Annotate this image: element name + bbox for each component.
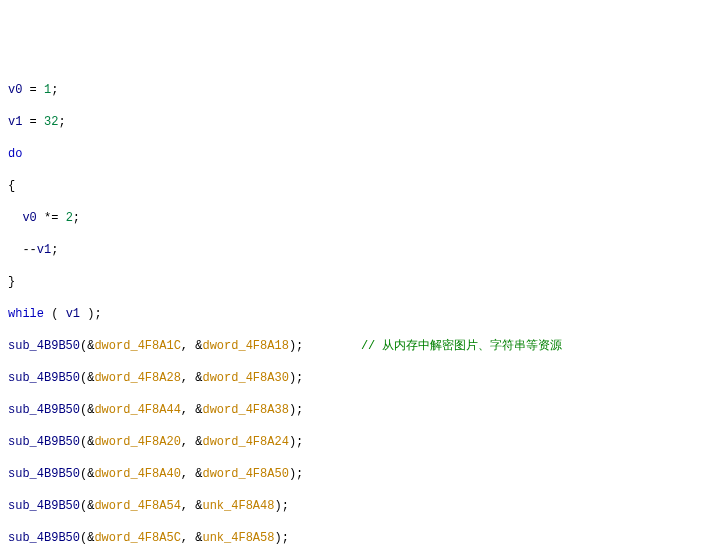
code-line: sub_4B9B50(&dword_4F8A1C, &dword_4F8A18)… <box>8 338 720 354</box>
code-line: sub_4B9B50(&dword_4F8A20, &dword_4F8A24)… <box>8 434 720 450</box>
code-line: sub_4B9B50(&dword_4F8A40, &dword_4F8A50)… <box>8 466 720 482</box>
code-line: while ( v1 ); <box>8 306 720 322</box>
code-line: v1 = 32; <box>8 114 720 130</box>
code-line: --v1; <box>8 242 720 258</box>
decompiled-code-block: v0 = 1; v1 = 32; do { v0 *= 2; --v1; } w… <box>0 64 720 545</box>
code-line: sub_4B9B50(&dword_4F8A54, &unk_4F8A48); <box>8 498 720 514</box>
code-line: sub_4B9B50(&dword_4F8A44, &dword_4F8A38)… <box>8 402 720 418</box>
code-line: v0 *= 2; <box>8 210 720 226</box>
code-line: do <box>8 146 720 162</box>
code-line: } <box>8 274 720 290</box>
comment-text: // 从内存中解密图片、字符串等资源 <box>361 339 563 353</box>
code-line: { <box>8 178 720 194</box>
code-line: sub_4B9B50(&dword_4F8A5C, &unk_4F8A58); <box>8 530 720 545</box>
code-line: v0 = 1; <box>8 82 720 98</box>
code-line: sub_4B9B50(&dword_4F8A28, &dword_4F8A30)… <box>8 370 720 386</box>
